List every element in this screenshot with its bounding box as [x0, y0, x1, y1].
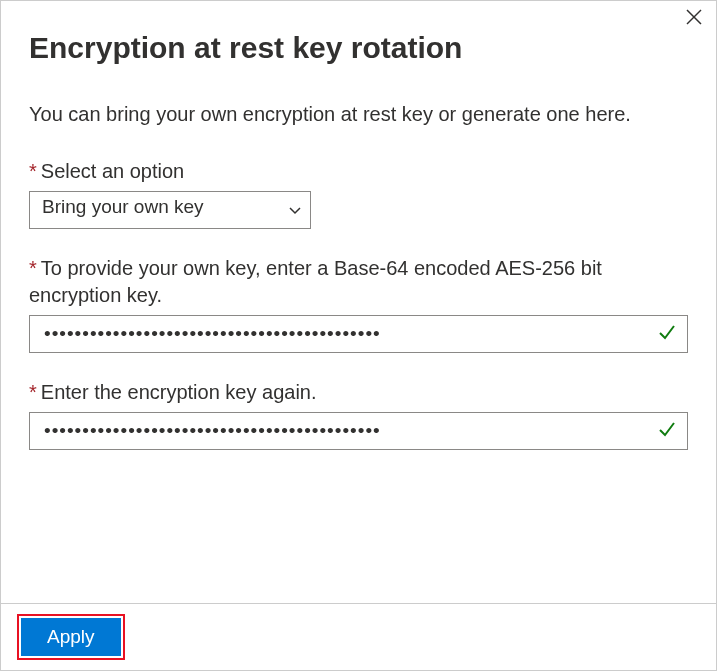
encryption-key-confirm-input[interactable]	[29, 412, 688, 450]
option-select-wrapper: Bring your own key	[29, 191, 311, 229]
key-confirm-label-text: Enter the encryption key again.	[41, 381, 317, 403]
encryption-key-input[interactable]	[29, 315, 688, 353]
checkmark-icon	[658, 323, 676, 345]
dialog-footer: Apply	[1, 603, 716, 670]
apply-button[interactable]: Apply	[21, 618, 121, 656]
key-label-text: To provide your own key, enter a Base-64…	[29, 257, 602, 306]
key-confirm-input-wrapper	[29, 412, 688, 450]
key-confirm-field-group: *Enter the encryption key again.	[29, 379, 688, 450]
key-confirm-label: *Enter the encryption key again.	[29, 379, 688, 406]
dialog-description: You can bring your own encryption at res…	[29, 101, 688, 128]
key-field-group: *To provide your own key, enter a Base-6…	[29, 255, 688, 353]
required-marker: *	[29, 160, 37, 182]
key-label: *To provide your own key, enter a Base-6…	[29, 255, 688, 309]
option-field-group: *Select an option Bring your own key	[29, 158, 688, 229]
dialog-content: Encryption at rest key rotation You can …	[1, 1, 716, 603]
dialog-title: Encryption at rest key rotation	[29, 31, 688, 65]
option-label-text: Select an option	[41, 160, 184, 182]
key-rotation-dialog: Encryption at rest key rotation You can …	[0, 0, 717, 671]
option-label: *Select an option	[29, 158, 688, 185]
required-marker: *	[29, 381, 37, 403]
required-marker: *	[29, 257, 37, 279]
checkmark-icon	[658, 420, 676, 442]
close-icon	[686, 9, 702, 29]
key-input-wrapper	[29, 315, 688, 353]
option-select[interactable]: Bring your own key	[29, 191, 311, 229]
close-button[interactable]	[682, 7, 706, 31]
